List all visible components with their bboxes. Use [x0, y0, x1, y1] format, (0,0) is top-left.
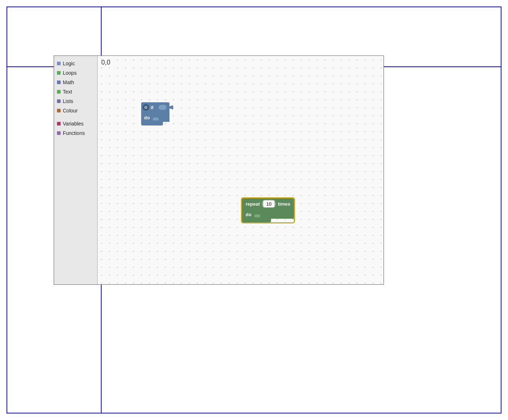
- toolbox-item-math[interactable]: Math: [54, 78, 97, 87]
- toolbox-item-variables[interactable]: Variables: [54, 119, 97, 128]
- toolbox-item-text[interactable]: Text: [54, 87, 97, 96]
- if-label: if: [151, 105, 153, 110]
- times-label: times: [278, 201, 290, 207]
- lists-label: Lists: [63, 98, 73, 104]
- toolbox-item-logic[interactable]: Logic: [54, 59, 97, 68]
- canvas-area[interactable]: 0,0 ⚙ if do repeat: [98, 56, 384, 284]
- if-socket: [159, 105, 167, 110]
- repeat-do-label: do: [246, 212, 251, 217]
- repeat-input-wrap: [262, 200, 276, 208]
- repeat-block-bottom: [242, 219, 271, 222]
- toolbox-item-lists[interactable]: Lists: [54, 96, 97, 106]
- do-notch: [153, 118, 159, 120]
- text-color-dot: [57, 90, 61, 94]
- gear-icon: ⚙: [143, 104, 149, 111]
- math-label: Math: [63, 79, 74, 85]
- workspace-container: LogicLoopsMathTextListsColourVariablesFu…: [54, 55, 384, 285]
- colour-label: Colour: [63, 108, 78, 114]
- repeat-block[interactable]: repeat times do: [241, 197, 295, 223]
- repeat-notch: [254, 214, 260, 217]
- colour-color-dot: [57, 109, 61, 112]
- lists-color-dot: [57, 99, 61, 103]
- repeat-label: repeat: [246, 201, 260, 207]
- if-block-bottom: [141, 122, 163, 125]
- toolbox: LogicLoopsMathTextListsColourVariablesFu…: [54, 56, 98, 284]
- logic-label: Logic: [63, 61, 75, 66]
- toolbox-item-loops[interactable]: Loops: [54, 68, 97, 78]
- variables-color-dot: [57, 122, 61, 125]
- toolbox-item-functions[interactable]: Functions: [54, 128, 97, 138]
- text-label: Text: [63, 89, 72, 95]
- canvas-coords: 0,0: [101, 59, 110, 66]
- math-color-dot: [57, 81, 61, 84]
- logic-color-dot: [57, 62, 61, 65]
- do-label: do: [144, 115, 150, 120]
- loops-color-dot: [57, 71, 61, 75]
- if-do-block[interactable]: ⚙ if do: [141, 102, 169, 125]
- functions-color-dot: [57, 131, 61, 135]
- loops-label: Loops: [63, 70, 77, 76]
- toolbox-item-colour[interactable]: Colour: [54, 106, 97, 115]
- functions-label: Functions: [63, 130, 85, 136]
- variables-label: Variables: [63, 121, 83, 127]
- repeat-value-input[interactable]: [263, 200, 275, 207]
